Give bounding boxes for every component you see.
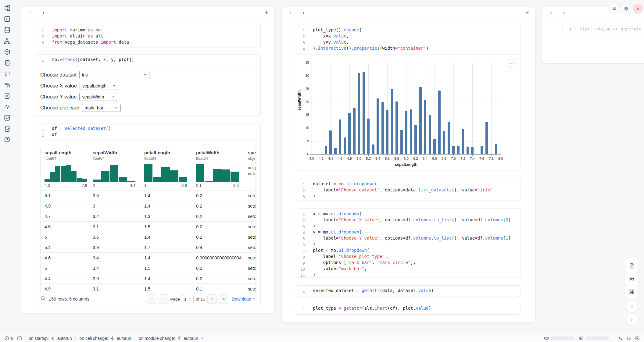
code-editor[interactable]: 1⌄dataset = mo.ui.dropdown(2 label="Choo… (296, 179, 521, 200)
datasources-icon[interactable] (4, 27, 11, 34)
fold-chevron-icon[interactable]: ⌄ (305, 248, 308, 254)
chat-icon[interactable] (4, 70, 11, 77)
code-editor[interactable]: 1⌄x = mo.ui.dropdown(2 label="Choose X v… (296, 209, 521, 277)
chart-bar[interactable] (443, 131, 445, 154)
chart-bar[interactable] (471, 147, 474, 154)
chart-bar[interactable] (405, 111, 407, 154)
chart-bar[interactable] (457, 146, 460, 154)
choose-plot-type-select[interactable]: mark_bar (82, 104, 121, 112)
on-module-change-setting[interactable]: on module change: autorun (139, 336, 205, 341)
cell-chart[interactable]: 1⌄plot_type().encode(2 x=x.value,3 y=y.v… (296, 25, 521, 170)
find-icon[interactable] (4, 81, 11, 88)
scratchpad-icon[interactable] (4, 125, 11, 132)
error-count-badge[interactable]: 0 (4, 336, 13, 341)
code-editor[interactable]: 1import marimo as mo2import altair as al… (35, 25, 260, 48)
chart-bar[interactable] (467, 147, 469, 154)
chart-bar[interactable] (391, 89, 393, 154)
chart-bar[interactable] (424, 100, 426, 154)
functions-icon[interactable] (4, 16, 11, 23)
cell-dataframe[interactable]: 1df = selected_dataset()2dfsepalLengthfl… (35, 123, 261, 306)
prev-page-button[interactable]: ‹ (159, 294, 168, 304)
fold-chevron-icon[interactable]: ⌄ (305, 181, 308, 187)
cell-plot-type[interactable]: 1plot_type = getattr(alt.Chart(df), plot… (296, 303, 521, 315)
chart-bar[interactable] (325, 146, 327, 154)
close-button[interactable] (633, 4, 643, 13)
chart-bar[interactable] (429, 115, 431, 154)
cell-selected-dataset[interactable]: 1selected_dataset = getattr(data, datase… (296, 285, 521, 297)
choose-x-value-select[interactable]: sepalLength (80, 82, 118, 90)
chart-bar[interactable] (495, 144, 497, 154)
cell-dataset-dropdown[interactable]: 1⌄dataset = mo.ui.dropdown(2 label="Choo… (296, 179, 521, 200)
chart-bar[interactable] (414, 125, 417, 154)
chart-bar[interactable] (438, 91, 441, 154)
cpu-usage[interactable] (578, 336, 609, 341)
memory-usage[interactable] (544, 336, 575, 341)
chart-bar[interactable] (395, 102, 398, 154)
add-cell-button[interactable]: + (264, 10, 268, 16)
download-button[interactable]: Download (232, 297, 256, 301)
chart-bar[interactable] (452, 146, 455, 154)
logs-icon[interactable] (4, 59, 11, 66)
terminal-button[interactable] (17, 336, 22, 341)
table-column-header[interactable]: sepalWidthfloat6424.4 (93, 150, 144, 188)
chart-bar[interactable] (367, 119, 370, 154)
chart-bar[interactable] (377, 98, 379, 154)
connection-status-button[interactable] (635, 336, 640, 341)
fold-chevron-icon[interactable]: ⌄ (305, 27, 308, 34)
chart-bar[interactable] (433, 139, 436, 154)
editor-placeholder[interactable]: Start coding or generate with AI (576, 27, 644, 33)
code-editor[interactable]: 1df = selected_dataset()2df (35, 123, 260, 141)
code-editor[interactable]: 1⌄plot_type().encode(2 x=x.value,3 y=y.v… (296, 25, 521, 54)
table-column-header[interactable]: petalLengthfloat6416.9 (144, 150, 196, 188)
fold-chevron-icon[interactable]: ⌄ (305, 211, 308, 217)
layout-button[interactable] (625, 272, 639, 286)
column-right-arrow[interactable] (561, 10, 567, 16)
chart-bar[interactable] (353, 108, 356, 154)
code-editor[interactable]: 1selected_dataset = getattr(data, datase… (296, 286, 521, 297)
chart-bar[interactable] (481, 146, 483, 154)
documentation-icon[interactable] (4, 92, 11, 99)
chart-bar[interactable] (386, 110, 388, 154)
cell-xy-plot-dropdowns[interactable]: 1⌄x = mo.ui.dropdown(2 label="Choose X v… (296, 208, 521, 277)
cell-vstack[interactable]: 1mo.vstack([dataset, x, y, plot])Choose … (35, 54, 261, 116)
dataframe-table[interactable]: sepalLengthfloat644.37.9sepalWidthfloat6… (40, 146, 256, 294)
search-icon[interactable] (40, 296, 46, 302)
code-editor[interactable]: 1plot_type = getattr(alt.Chart(df), plot… (296, 303, 521, 314)
generate-with-ai-link[interactable]: generate (621, 27, 641, 31)
column-left-arrow[interactable] (288, 10, 293, 16)
keyboard-shortcuts-button[interactable]: ⌘ (625, 285, 639, 299)
chart-bar[interactable] (339, 119, 341, 154)
ai-assist-button[interactable] (618, 336, 623, 341)
code-editor[interactable]: 1mo.vstack([dataset, x, y, plot]) (35, 55, 260, 66)
packages-icon[interactable] (4, 48, 11, 55)
chart-bar[interactable] (419, 87, 422, 154)
chart-bar[interactable] (462, 129, 464, 154)
chart-bar[interactable] (344, 137, 346, 154)
fold-chevron-icon[interactable]: ⌄ (305, 230, 308, 236)
first-page-button[interactable]: « (147, 294, 156, 304)
column-left-arrow[interactable] (27, 10, 33, 16)
table-column-header[interactable]: sepalLengthfloat644.37.9 (45, 150, 93, 188)
settings-button[interactable] (621, 4, 631, 13)
chart-bar[interactable] (400, 130, 403, 154)
choose-y-value-select[interactable]: sepalWidth (79, 93, 117, 101)
last-page-button[interactable]: » (219, 294, 228, 304)
chart-bar[interactable] (381, 102, 384, 154)
chart-bar[interactable] (329, 130, 332, 154)
chart-bar[interactable] (348, 113, 351, 154)
column-right-arrow[interactable] (40, 10, 46, 16)
table-column-header[interactable]: petalWidthfloat640.12.5 (196, 150, 248, 188)
snippets-icon[interactable] (4, 114, 11, 121)
on-startup-setting[interactable]: on startup: autorun (29, 336, 72, 341)
on-cell-change-setting[interactable]: on cell change: autorun (79, 336, 131, 341)
copilot-button[interactable] (626, 336, 631, 341)
page-select[interactable]: 1 (182, 295, 194, 303)
tracing-icon[interactable] (4, 103, 11, 110)
table-column-header[interactable]: speciesobjectunique:nulls: (248, 150, 256, 188)
column-right-arrow[interactable] (301, 10, 306, 16)
chart-bar[interactable] (410, 109, 412, 154)
chart-bar[interactable] (448, 122, 450, 154)
file-explorer-icon[interactable] (4, 5, 11, 12)
menu-button[interactable] (609, 4, 619, 13)
chart-actions-button[interactable]: ⋯ (507, 59, 516, 68)
